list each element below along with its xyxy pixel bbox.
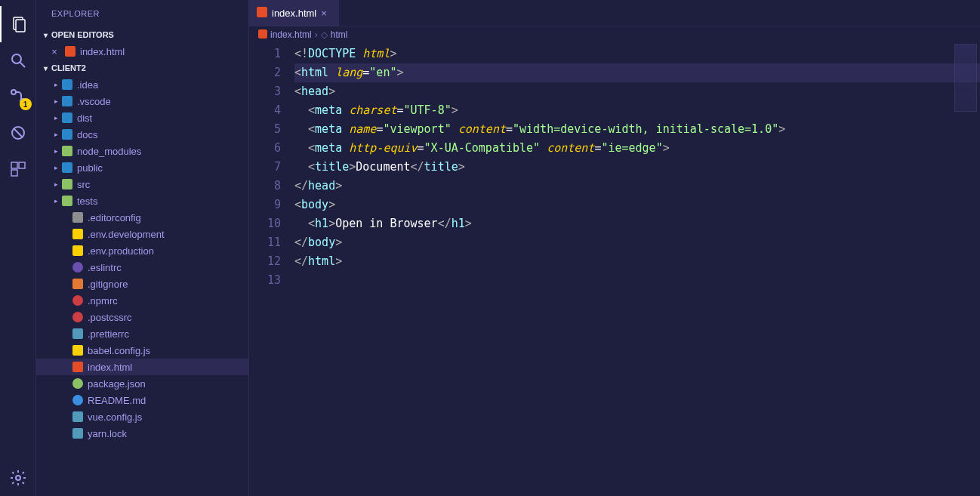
chevron-right-icon: ▸: [51, 114, 60, 122]
folder-item[interactable]: ▸docs: [36, 126, 248, 143]
tab-index-html[interactable]: index.html ×: [249, 0, 340, 26]
breadcrumbs[interactable]: index.html › ◇ html: [249, 26, 980, 43]
green-icon: [71, 378, 85, 389]
project-header[interactable]: ▾ CLIENT2: [36, 60, 248, 76]
tree-item-label: vue.config.js: [88, 411, 142, 423]
folder-item[interactable]: ▸.vscode: [36, 93, 248, 109]
close-icon[interactable]: ×: [48, 46, 60, 57]
settings-gear-icon[interactable]: [0, 460, 36, 496]
folder-item[interactable]: ▸tests: [36, 193, 248, 209]
tree-item-label: dist: [77, 112, 92, 124]
tree-item-label: README.md: [88, 395, 146, 406]
svg-rect-8: [11, 162, 17, 168]
tree-item-label: .editorconfig: [88, 212, 141, 223]
file-item[interactable]: .prettierrc: [36, 325, 248, 342]
tree-item-label: tests: [77, 196, 97, 207]
folder-item[interactable]: ▸node_modules: [36, 143, 248, 159]
yellow-icon: [71, 245, 85, 256]
folder-icon: [60, 112, 74, 123]
svg-point-2: [12, 54, 21, 63]
svg-rect-10: [11, 170, 17, 176]
svg-point-4: [11, 90, 16, 94]
gear-icon: [71, 212, 85, 223]
orange-icon: [71, 279, 85, 289]
file-item[interactable]: .env.development: [36, 226, 248, 242]
tree-item-label: node_modules: [77, 146, 141, 157]
minimap[interactable]: [954, 44, 977, 112]
chevron-right-icon: ▸: [51, 147, 60, 155]
svg-rect-9: [19, 162, 25, 168]
tree-item-label: .env.production: [88, 245, 154, 257]
svg-point-11: [16, 476, 20, 480]
file-item[interactable]: .eslintrc: [36, 259, 248, 276]
tree-item-label: docs: [77, 129, 97, 140]
tree-item-label: public: [77, 162, 103, 174]
file-item[interactable]: vue.config.js: [36, 408, 248, 425]
activity-bar: 1: [0, 0, 36, 496]
chevron-right-icon: ▸: [51, 131, 60, 138]
chevron-right-icon: ▸: [51, 197, 60, 205]
red-icon: [71, 295, 85, 306]
gutter: 12345678910111213: [249, 43, 294, 496]
file-item[interactable]: package.json: [36, 375, 248, 392]
open-editors-header[interactable]: ▾ OPEN EDITORS: [36, 26, 248, 43]
code-content[interactable]: <!DOCTYPE html><html lang="en"><head> <m…: [294, 43, 980, 496]
file-item[interactable]: README.md: [36, 392, 248, 408]
chevron-right-icon: ▸: [51, 81, 60, 88]
editor-tabs: index.html ×: [249, 0, 980, 26]
close-icon[interactable]: ×: [321, 8, 331, 19]
file-item[interactable]: .gitignore: [36, 276, 248, 292]
chevron-right-icon: ▸: [51, 180, 60, 188]
tree-item-label: .postcssrc: [88, 312, 132, 323]
svg-rect-1: [16, 20, 25, 32]
folder-green-icon: [60, 179, 74, 189]
explorer-icon[interactable]: [0, 6, 36, 42]
explorer-sidebar: EXPLORER ▾ OPEN EDITORS × index.html ▾ C…: [36, 0, 249, 496]
editor-group: index.html × index.html › ◇ html 1234567…: [249, 0, 980, 496]
file-tree: ▸.idea▸.vscode▸dist▸docs▸node_modules▸pu…: [36, 76, 248, 442]
open-editor-item[interactable]: × index.html: [36, 43, 248, 60]
tree-item-label: .gitignore: [88, 279, 128, 290]
file-item[interactable]: .env.production: [36, 242, 248, 259]
folder-item[interactable]: ▸public: [36, 159, 248, 176]
tree-item-label: package.json: [88, 378, 146, 390]
file-item[interactable]: .npmrc: [36, 292, 248, 309]
breadcrumb-item[interactable]: index.html: [270, 29, 312, 40]
tree-item-label: src: [77, 179, 90, 190]
extensions-icon[interactable]: [0, 151, 36, 187]
file-item[interactable]: .postcssrc: [36, 309, 248, 325]
folder-item[interactable]: ▸.idea: [36, 76, 248, 93]
tab-label: index.html: [272, 8, 316, 19]
file-item[interactable]: yarn.lock: [36, 425, 248, 442]
sidebar-title: EXPLORER: [36, 0, 248, 26]
yellow-icon: [71, 345, 85, 356]
folder-green-icon: [60, 146, 74, 156]
svg-line-3: [20, 63, 25, 67]
tree-item-label: .idea: [77, 79, 98, 91]
file-item[interactable]: index.html: [36, 359, 248, 375]
folder-item[interactable]: ▸src: [36, 176, 248, 193]
tree-item-label: index.html: [88, 362, 132, 373]
folder-item[interactable]: ▸dist: [36, 109, 248, 126]
lightblue-icon: [71, 328, 85, 339]
breadcrumb-item[interactable]: html: [331, 29, 348, 40]
search-icon[interactable]: [0, 42, 36, 79]
tree-item-label: .eslintrc: [88, 262, 122, 273]
chevron-right-icon: ▸: [51, 164, 60, 171]
folder-green-icon: [60, 196, 74, 206]
code-editor[interactable]: 12345678910111213 <!DOCTYPE html><html l…: [249, 43, 980, 496]
file-item[interactable]: .editorconfig: [36, 209, 248, 226]
tree-item-label: .vscode: [77, 96, 111, 107]
scm-icon[interactable]: 1: [0, 79, 36, 115]
red-icon: [71, 312, 85, 322]
html5-icon: [71, 362, 85, 372]
purple-icon: [71, 262, 85, 273]
tree-item-label: .prettierrc: [88, 328, 129, 340]
chevron-right-icon: ▸: [51, 97, 60, 105]
debug-icon[interactable]: [0, 115, 36, 151]
tree-item-label: babel.config.js: [88, 345, 150, 356]
file-item[interactable]: babel.config.js: [36, 342, 248, 359]
folder-icon: [60, 129, 74, 140]
chevron-down-icon: ▾: [39, 64, 51, 72]
folder-icon: [60, 162, 74, 173]
